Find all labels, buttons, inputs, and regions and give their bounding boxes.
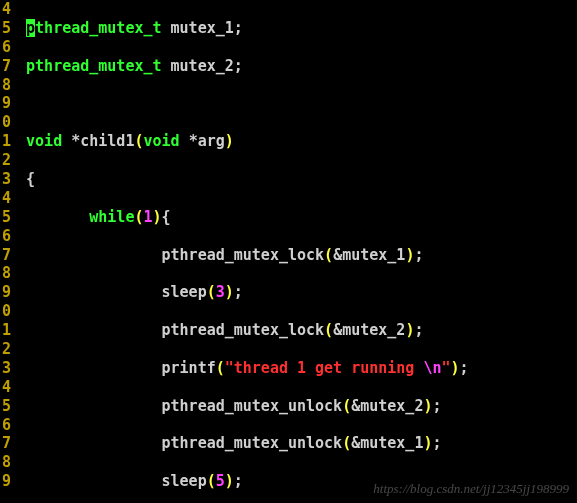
string-quote: " xyxy=(225,359,234,377)
operator: & xyxy=(333,321,342,339)
line-number: 2 xyxy=(0,151,13,170)
line-number: 7 xyxy=(0,57,13,76)
keyword: void xyxy=(26,132,62,150)
line-number: 6 xyxy=(0,227,13,246)
code-line[interactable] xyxy=(17,94,577,113)
code-line[interactable]: pthread_mutex_lock(&mutex_2); xyxy=(17,321,577,340)
paren-close: ) xyxy=(225,132,234,150)
function-call: sleep xyxy=(162,472,207,490)
operator: * xyxy=(71,132,80,150)
line-number: 5 xyxy=(0,208,13,227)
semicolon: ; xyxy=(432,434,441,452)
semicolon: ; xyxy=(234,472,243,490)
line-number: 2 xyxy=(0,340,13,359)
paren-open: ( xyxy=(216,359,225,377)
paren-open: ( xyxy=(342,397,351,415)
code-line[interactable]: pthread_mutex_unlock(&mutex_2); xyxy=(17,397,577,416)
code-line[interactable]: { xyxy=(17,170,577,189)
keyword: while xyxy=(89,208,134,226)
paren-open: ( xyxy=(207,283,216,301)
watermark-text: https://blog.csdn.net/jj12345jj198999 xyxy=(373,481,569,497)
type-token: thread_mutex_t xyxy=(35,19,161,37)
paren-open: ( xyxy=(342,434,351,452)
semicolon: ; xyxy=(234,57,243,75)
line-number: 5 xyxy=(0,397,13,416)
function-call: pthread_mutex_lock xyxy=(162,321,325,339)
line-number: 3 xyxy=(0,359,13,378)
line-number: 7 xyxy=(0,434,13,453)
code-line[interactable]: while(1){ xyxy=(17,208,577,227)
semicolon: ; xyxy=(460,359,469,377)
semicolon: ; xyxy=(234,283,243,301)
number: 1 xyxy=(143,208,152,226)
code-line[interactable]: pthread_mutex_unlock(&mutex_1); xyxy=(17,434,577,453)
indent xyxy=(17,359,162,377)
function-call: pthread_mutex_lock xyxy=(162,246,325,264)
indent xyxy=(17,246,162,264)
line-number: 4 xyxy=(0,378,13,397)
paren-open: ( xyxy=(324,321,333,339)
function-name: child1 xyxy=(80,132,134,150)
line-number: 6 xyxy=(0,38,13,57)
line-number: 9 xyxy=(0,472,13,491)
line-number: 4 xyxy=(0,189,13,208)
function-call: printf xyxy=(162,359,216,377)
semicolon: ; xyxy=(414,321,423,339)
line-number: 5 xyxy=(0,19,13,38)
line-number: 7 xyxy=(0,246,13,265)
identifier: mutex_1 xyxy=(342,246,405,264)
cursor: p xyxy=(26,19,35,37)
operator: & xyxy=(351,397,360,415)
indent xyxy=(17,321,162,339)
identifier: arg xyxy=(198,132,225,150)
brace-open: { xyxy=(162,208,171,226)
paren-close: ) xyxy=(451,359,460,377)
paren-open: ( xyxy=(207,472,216,490)
operator: * xyxy=(189,132,198,150)
code-line[interactable]: void *child1(void *arg) xyxy=(17,132,577,151)
function-call: sleep xyxy=(162,283,207,301)
number: 5 xyxy=(216,472,225,490)
line-number: 9 xyxy=(0,94,13,113)
keyword: void xyxy=(143,132,179,150)
brace-open: { xyxy=(26,170,35,188)
line-number: 8 xyxy=(0,453,13,472)
line-number: 0 xyxy=(0,113,13,132)
line-number: 6 xyxy=(0,416,13,435)
type-token: pthread_mutex_t xyxy=(26,57,161,75)
code-line[interactable]: sleep(3); xyxy=(17,283,577,302)
operator: & xyxy=(351,434,360,452)
indent xyxy=(17,397,162,415)
escape-char: \n xyxy=(423,359,441,377)
line-number: 9 xyxy=(0,283,13,302)
indent xyxy=(17,208,89,226)
code-line[interactable]: pthread_mutex_lock(&mutex_1); xyxy=(17,246,577,265)
semicolon: ; xyxy=(414,246,423,264)
paren-close: ) xyxy=(225,472,234,490)
line-number: 4 xyxy=(0,0,13,19)
paren-open: ( xyxy=(324,246,333,264)
code-editor[interactable]: 4 5 6 7 8 9 0 1 2 3 4 5 6 7 8 9 0 1 2 3 … xyxy=(0,0,577,503)
identifier: mutex_1 xyxy=(360,434,423,452)
line-number: 1 xyxy=(0,321,13,340)
function-call: pthread_mutex_unlock xyxy=(162,434,343,452)
code-line[interactable]: pthread_mutex_t mutex_1; xyxy=(17,19,577,38)
indent xyxy=(17,283,162,301)
line-number: 3 xyxy=(0,170,13,189)
number: 3 xyxy=(216,283,225,301)
function-call: pthread_mutex_unlock xyxy=(162,397,343,415)
line-number: 1 xyxy=(0,132,13,151)
identifier: mutex_2 xyxy=(360,397,423,415)
string-quote: " xyxy=(442,359,451,377)
line-number: 8 xyxy=(0,264,13,283)
code-line[interactable]: pthread_mutex_t mutex_2; xyxy=(17,57,577,76)
code-line[interactable]: printf("thread 1 get running \n"); xyxy=(17,359,577,378)
identifier: mutex_1 xyxy=(171,19,234,37)
identifier: mutex_2 xyxy=(171,57,234,75)
paren-close: ) xyxy=(225,283,234,301)
line-number: 0 xyxy=(0,302,13,321)
code-area[interactable]: pthread_mutex_t mutex_1; pthread_mutex_t… xyxy=(17,0,577,503)
line-number-gutter: 4 5 6 7 8 9 0 1 2 3 4 5 6 7 8 9 0 1 2 3 … xyxy=(0,0,17,503)
indent xyxy=(17,472,162,490)
paren-close: ) xyxy=(153,208,162,226)
